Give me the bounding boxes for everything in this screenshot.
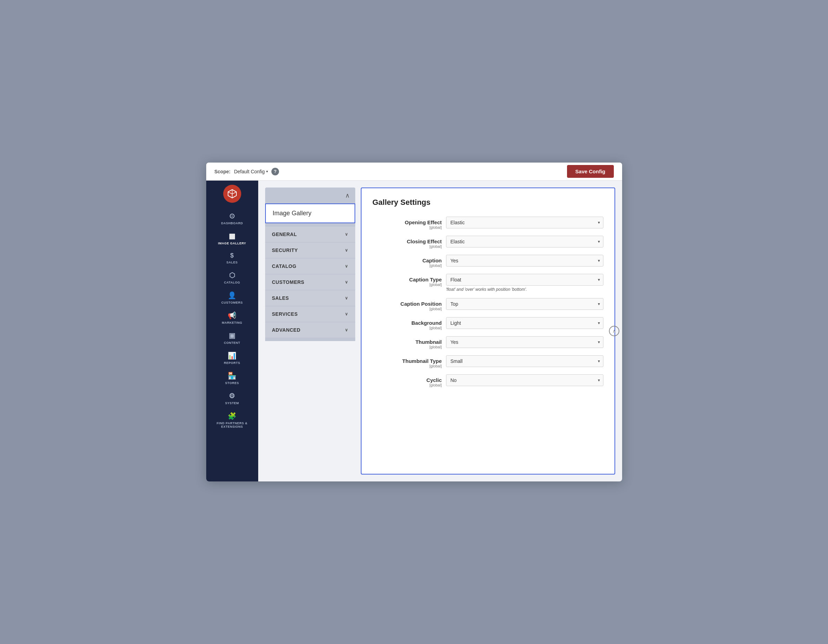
marketing-icon: 📢 (228, 311, 237, 320)
caption-type-select[interactable]: Float Over Inside (446, 274, 604, 285)
setting-control-caption-position: Top Bottom ▾ (446, 298, 604, 310)
setting-scope-caption: [global] (373, 263, 442, 268)
setting-label-thumbnail: Thumbnail (373, 339, 442, 345)
left-nav-header: ∧ (265, 188, 355, 204)
setting-label-col-thumbnail-type: Thumbnail Type [global] (373, 355, 442, 368)
select-wrapper-closing-effect: Elastic Fade Zoom ▾ (446, 236, 604, 248)
sidebar-item-label-customers: CUSTOMERS (221, 301, 243, 304)
opening-effect-select[interactable]: Elastic Fade Zoom (446, 217, 604, 229)
setting-control-opening-effect: Elastic Fade Zoom ▾ (446, 217, 604, 229)
nav-section-services[interactable]: SERVICES ∨ (265, 306, 355, 322)
cyclic-select[interactable]: No Yes (446, 374, 604, 386)
select-wrapper-thumbnail-type: Small Large ▾ (446, 355, 604, 367)
nav-section-sales[interactable]: SALES ∨ (265, 290, 355, 306)
nav-section-label-security: SECURITY (272, 248, 298, 253)
sidebar-item-sales[interactable]: $ SALES (206, 249, 258, 268)
nav-section-customers[interactable]: CUSTOMERS ∨ (265, 274, 355, 290)
image-gallery-title[interactable]: Image Gallery (265, 204, 355, 223)
setting-row-caption-type: Caption Type [global] Float Over Inside … (373, 274, 604, 292)
setting-scope-background: [global] (373, 326, 442, 330)
sidebar-item-marketing[interactable]: 📢 MARKETING (206, 308, 258, 328)
select-wrapper-caption: Yes No ▾ (446, 255, 604, 266)
setting-row-thumbnail: Thumbnail [global] Yes No ▾ (373, 336, 604, 349)
gallery-settings-title: Gallery Settings (373, 198, 604, 207)
sidebar-item-content[interactable]: ▣ CONTENT (206, 328, 258, 348)
sidebar-item-customers[interactable]: 👤 CUSTOMERS (206, 288, 258, 308)
nav-section-label-advanced: ADVANCED (272, 327, 301, 333)
setting-control-closing-effect: Elastic Fade Zoom ▾ (446, 236, 604, 248)
sales-icon: $ (230, 252, 234, 259)
browser-window: Scope: Default Config ▾ ? Save Config ⊙ … (206, 163, 622, 481)
scope-dropdown-arrow: ▾ (266, 169, 268, 173)
catalog-icon: ⬡ (229, 271, 235, 279)
closing-effect-select[interactable]: Elastic Fade Zoom (446, 236, 604, 248)
setting-label-caption-type: Caption Type (373, 277, 442, 282)
sidebar-item-label-sales: SALES (226, 261, 238, 264)
sidebar-item-label-find-partners: FIND PARTNERS & EXTENSIONS (208, 421, 257, 428)
select-wrapper-thumbnail: Yes No ▾ (446, 336, 604, 348)
sidebar-item-find-partners[interactable]: 🧩 FIND PARTNERS & EXTENSIONS (206, 408, 258, 432)
sidebar: ⊙ DASHBOARD ▦ IMAGE GALLERY $ SALES ⬡ CA… (206, 180, 258, 481)
sidebar-item-image-gallery[interactable]: ▦ IMAGE GALLERY (206, 229, 258, 249)
setting-scope-thumbnail-type: [global] (373, 364, 442, 368)
sidebar-item-label-image-gallery: IMAGE GALLERY (218, 241, 246, 245)
nav-section-general[interactable]: GENERAL ∨ (265, 227, 355, 242)
setting-label-col-caption: Caption [global] (373, 255, 442, 268)
sidebar-item-catalog[interactable]: ⬡ CATALOG (206, 268, 258, 288)
caption-select[interactable]: Yes No (446, 255, 604, 266)
select-wrapper-caption-type: Float Over Inside ▾ (446, 274, 604, 285)
setting-label-thumbnail-type: Thumbnail Type (373, 358, 442, 364)
setting-row-cyclic: Cyclic [global] No Yes ▾ (373, 374, 604, 387)
scope-select[interactable]: Default Config ▾ (234, 169, 268, 174)
nav-section-label-catalog: CATALOG (272, 263, 297, 269)
setting-control-cyclic: No Yes ▾ (446, 374, 604, 386)
caption-position-select[interactable]: Top Bottom (446, 298, 604, 310)
sidebar-item-label-content: CONTENT (224, 341, 240, 345)
stores-icon: 🏪 (228, 371, 237, 380)
nav-section-advanced[interactable]: ADVANCED ∨ (265, 322, 355, 338)
chevron-down-icon-general: ∨ (345, 232, 348, 237)
setting-control-caption: Yes No ▾ (446, 255, 604, 266)
background-select[interactable]: Light Dark (446, 317, 604, 329)
setting-row-caption-position: Caption Position [global] Top Bottom ▾ (373, 298, 604, 311)
nav-sections: GENERAL ∨ SECURITY ∨ CATALOG ∨ CUSTOMERS… (265, 223, 355, 341)
thumbnail-type-select[interactable]: Small Large (446, 355, 604, 367)
content-icon: ▣ (229, 331, 236, 340)
image-gallery-icon: ▦ (229, 232, 236, 240)
nav-section-label-services: SERVICES (272, 311, 298, 317)
collapse-icon[interactable]: ∧ (345, 192, 350, 199)
save-config-button[interactable]: Save Config (567, 165, 614, 178)
setting-row-opening-effect: Opening Effect [global] Elastic Fade Zoo… (373, 217, 604, 229)
sidebar-item-dashboard[interactable]: ⊙ DASHBOARD (206, 208, 258, 229)
setting-label-col-cyclic: Cyclic [global] (373, 374, 442, 387)
sidebar-item-label-catalog: CATALOG (224, 281, 240, 284)
scroll-up-indicator[interactable]: ∧ (609, 326, 619, 336)
sidebar-item-stores[interactable]: 🏪 STORES (206, 368, 258, 388)
setting-scope-closing-effect: [global] (373, 244, 442, 249)
chevron-down-icon-services: ∨ (345, 312, 348, 317)
setting-scope-thumbnail: [global] (373, 345, 442, 349)
sidebar-item-label-system: SYSTEM (225, 401, 239, 405)
setting-label-col-caption-position: Caption Position [global] (373, 298, 442, 311)
setting-label-col-thumbnail: Thumbnail [global] (373, 336, 442, 349)
setting-control-thumbnail-type: Small Large ▾ (446, 355, 604, 367)
magento-logo[interactable] (223, 185, 241, 203)
sidebar-item-label-dashboard: DASHBOARD (221, 221, 243, 225)
setting-scope-opening-effect: [global] (373, 225, 442, 229)
nav-section-label-general: GENERAL (272, 232, 297, 237)
nav-section-catalog[interactable]: CATALOG ∨ (265, 259, 355, 274)
chevron-down-icon-advanced: ∨ (345, 327, 348, 332)
scope-value: Default Config (234, 169, 265, 174)
help-icon[interactable]: ? (271, 168, 279, 175)
setting-label-col-caption-type: Caption Type [global] (373, 274, 442, 287)
nav-section-security[interactable]: SECURITY ∨ (265, 243, 355, 258)
chevron-down-icon-catalog: ∨ (345, 264, 348, 269)
setting-label-caption: Caption (373, 257, 442, 263)
sidebar-item-system[interactable]: ⚙ SYSTEM (206, 388, 258, 408)
caption-type-hint: 'float' and 'over' works with position '… (446, 287, 604, 292)
chevron-down-icon-customers: ∨ (345, 280, 348, 285)
left-nav: ∧ Image Gallery GENERAL ∨ SECURITY ∨ CAT… (265, 188, 355, 475)
thumbnail-select[interactable]: Yes No (446, 336, 604, 348)
sidebar-item-reports[interactable]: 📊 REPORTS (206, 348, 258, 368)
content-area: ∧ Image Gallery GENERAL ∨ SECURITY ∨ CAT… (258, 180, 622, 481)
